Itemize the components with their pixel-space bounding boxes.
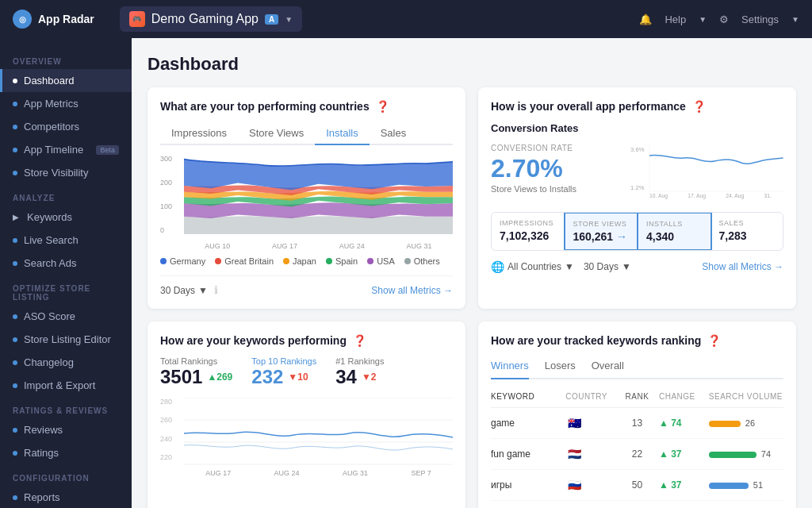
- kw-stats: Total Rankings 3501 ▲269 Top 10 Rankings…: [160, 356, 453, 388]
- others-dot: [404, 258, 411, 264]
- sidebar-item-app-timeline[interactable]: App Timeline Beta: [0, 138, 132, 161]
- chevron-down-icon: ▼: [198, 285, 208, 296]
- topnav: ◎ App Radar 🎮 Demo Gaming App A ▼ 🔔 Help…: [0, 0, 812, 38]
- svg-text:17. Aug: 17. Aug: [688, 193, 707, 199]
- tab-sales[interactable]: Sales: [370, 122, 418, 145]
- conversion-line-chart: 3.6% 1.2% 10. Aug 17. Aug 24. Aug 31.: [630, 144, 783, 199]
- help-button[interactable]: Help: [665, 13, 686, 25]
- legend-gb: Great Britain: [215, 256, 274, 266]
- top-countries-title: What are your top performing countries ❓: [160, 100, 453, 113]
- chevron-help-icon: ▼: [699, 15, 707, 24]
- countries-chart: 300 200 100 0: [160, 155, 453, 250]
- chevron-settings-icon: ▼: [791, 15, 799, 24]
- table-row: arcade game 🇬🇧 51 ▲ 36 11: [491, 501, 783, 508]
- app-store-badge: A: [265, 14, 278, 25]
- globe-icon: 🌐: [491, 260, 504, 273]
- countries-legend: Germany Great Britain Japan Spain USA Ot…: [160, 256, 453, 266]
- legend-germany: Germany: [160, 256, 205, 266]
- show-all-metrics[interactable]: Show all Metrics →: [371, 285, 453, 296]
- japan-dot: [283, 258, 289, 264]
- perf-show-all[interactable]: Show all Metrics →: [702, 261, 783, 272]
- countries-tab-bar: Impressions Store Views Installs Sales: [160, 122, 453, 145]
- topnav-right: 🔔 Help ▼ ⚙ Settings ▼: [639, 13, 799, 25]
- tab-overall[interactable]: Overall: [592, 356, 624, 379]
- countries-card-footer: 30 Days ▼ ℹ Show all Metrics →: [160, 275, 453, 296]
- dot-icon: [13, 314, 17, 319]
- settings-icon: ⚙: [719, 13, 729, 25]
- dot-icon: [13, 148, 17, 152]
- dot-icon: [13, 238, 17, 243]
- tab-losers[interactable]: Losers: [545, 356, 576, 379]
- time-select[interactable]: 30 Days ▼: [160, 285, 208, 296]
- kw-num1: #1 Rankings 34 ▼2: [335, 356, 384, 388]
- kw-table-header: KEYWORD COUNTRY RANK CHANGE SEARCH VOLUM…: [491, 389, 783, 408]
- metric-installs: INSTALLS 4,340: [637, 212, 712, 251]
- change-up: ▲ 37: [659, 479, 709, 491]
- sidebar-item-keywords[interactable]: ▶ Keywords: [0, 206, 132, 229]
- app-selector[interactable]: 🎮 Demo Gaming App A ▼: [120, 6, 302, 32]
- main-content: Dashboard What are your top performing c…: [132, 38, 812, 508]
- svg-text:10. Aug: 10. Aug: [650, 193, 668, 199]
- sidebar-item-search-ads[interactable]: Search Ads: [0, 252, 132, 275]
- page-title: Dashboard: [147, 54, 796, 75]
- arrow-icon: ▶: [13, 213, 19, 221]
- sidebar-item-reports[interactable]: Reports: [0, 486, 132, 508]
- perf-time-select[interactable]: 30 Days ▼: [584, 261, 631, 272]
- sidebar-item-aso-score[interactable]: ASO Score: [0, 305, 132, 328]
- app-performance-title: How is your overall app performance ❓: [491, 100, 783, 113]
- germany-dot: [160, 258, 167, 264]
- total-change: ▲269: [207, 371, 232, 383]
- dot-icon: [13, 261, 17, 266]
- all-countries-select[interactable]: 🌐 All Countries ▼: [491, 260, 574, 273]
- legend-japan: Japan: [283, 256, 316, 266]
- help-circle-icon: ❓: [376, 100, 389, 113]
- top-countries-card: What are your top performing countries ❓…: [147, 87, 465, 309]
- legend-spain: Spain: [326, 256, 358, 266]
- change-up: ▲ 74: [659, 418, 709, 429]
- conv-right: 3.6% 1.2% 10. Aug 17. Aug 24. Aug 31.: [630, 144, 783, 202]
- sidebar-item-dashboard[interactable]: Dashboard: [0, 69, 132, 92]
- num1-change: ▼2: [362, 371, 377, 383]
- conv-rate-value: 2.70%: [491, 156, 618, 181]
- analyze-section-label: ANALYZE: [0, 184, 132, 206]
- sidebar-item-app-metrics[interactable]: App Metrics: [0, 92, 132, 115]
- conv-rate-sub: Store Views to Installs: [491, 184, 618, 194]
- dot-icon: [13, 428, 17, 433]
- tab-installs[interactable]: Installs: [315, 122, 369, 145]
- sidebar-item-ratings[interactable]: Ratings: [0, 441, 132, 464]
- conv-rate-label: CONVERSION RATE: [491, 144, 618, 152]
- rankings-y-labels: 280 260 240 220: [160, 398, 184, 461]
- metric-impressions: IMPRESSIONS 7,102,326: [492, 213, 565, 250]
- dot-icon: [13, 360, 17, 365]
- conversion-body: CONVERSION RATE 2.70% Store Views to Ins…: [491, 144, 783, 202]
- kw-total: Total Rankings 3501 ▲269: [160, 356, 232, 388]
- logo[interactable]: ◎ App Radar: [13, 10, 94, 29]
- dropdown-chevron-icon: ▼: [285, 15, 293, 24]
- metric-store-views: STORE VIEWS 160,261 →: [564, 212, 639, 251]
- x-axis-labels: AUG 10 AUG 17 AUG 24 AUG 31: [184, 242, 453, 250]
- beta-badge: Beta: [96, 145, 119, 155]
- sidebar-item-competitors[interactable]: Competitors: [0, 115, 132, 138]
- flag-nl: 🇳🇱: [565, 445, 583, 463]
- vol-bar: [709, 452, 756, 458]
- sidebar-item-reviews[interactable]: Reviews: [0, 418, 132, 441]
- rankings-x-labels: AUG 17 AUG 24 AUG 31 SEP 7: [184, 469, 453, 477]
- logo-text: App Radar: [38, 13, 94, 25]
- sidebar-item-store-visibility[interactable]: Store Visibility: [0, 161, 132, 184]
- settings-button[interactable]: Settings: [741, 13, 779, 25]
- dot-icon: [13, 171, 17, 175]
- usa-dot: [367, 258, 373, 264]
- sidebar-item-store-listing-editor[interactable]: Store Listing Editor: [0, 328, 132, 351]
- svg-text:3.6%: 3.6%: [630, 146, 645, 153]
- app-icon: 🎮: [129, 11, 145, 27]
- sidebar-item-changelog[interactable]: Changelog: [0, 351, 132, 374]
- kw-top10: Top 10 Rankings 232 ▼10: [251, 356, 316, 388]
- tab-impressions[interactable]: Impressions: [160, 122, 238, 145]
- tab-store-views[interactable]: Store Views: [238, 122, 315, 145]
- notification-icon[interactable]: 🔔: [639, 13, 652, 25]
- tab-winners[interactable]: Winners: [491, 356, 529, 379]
- sidebar-item-live-search[interactable]: Live Search: [0, 229, 132, 252]
- conv-footer: 🌐 All Countries ▼ 30 Days ▼ Show all Met…: [491, 260, 783, 273]
- sidebar-item-import-export[interactable]: Import & Export: [0, 374, 132, 397]
- info-circle-icon: ℹ: [214, 284, 218, 296]
